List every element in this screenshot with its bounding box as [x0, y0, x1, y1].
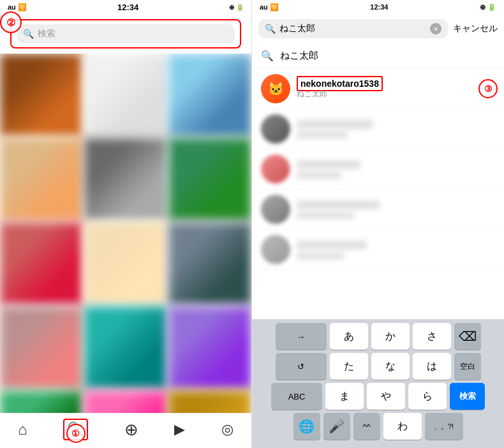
kb-key-ma[interactable]: ま	[325, 383, 364, 410]
result-name-2	[297, 172, 341, 179]
search-suggestion-item[interactable]: 🔍 ねこ太郎	[252, 43, 504, 69]
cancel-button[interactable]: キャンセル	[453, 23, 498, 34]
grid-cell[interactable]	[84, 306, 167, 389]
result-info-0: nekonekotaro1538 ねこ太郎	[297, 78, 495, 100]
grid-cell[interactable]	[84, 54, 167, 137]
kb-key-ka[interactable]: か	[371, 323, 410, 350]
profile-icon: ◎	[221, 421, 233, 438]
result-name-3	[297, 212, 354, 219]
grid-cell[interactable]	[168, 391, 251, 413]
left-carrier: au 🛜	[8, 3, 27, 11]
kb-key-space[interactable]: 空白	[454, 353, 481, 380]
result-name-1	[297, 131, 348, 138]
result-item-4[interactable]	[252, 230, 504, 270]
kb-row-1: → あ か さ ⌫	[255, 323, 501, 350]
result-avatar-3	[261, 195, 290, 224]
result-avatar-4	[261, 235, 290, 264]
left-status-bar: au 🛜 12:34 ⊕ 🔋	[0, 0, 251, 14]
result-info-4	[297, 241, 495, 259]
result-username-3	[297, 200, 380, 209]
kb-row-2: ↺ た な は 空白	[255, 353, 501, 380]
grid-cell[interactable]	[84, 138, 167, 221]
left-panel: au 🛜 12:34 ⊕ 🔋 🔍 検索 ②	[0, 0, 252, 448]
search-icon: 🔍	[23, 29, 34, 39]
kb-key-ya[interactable]: や	[367, 383, 405, 410]
kb-key-globe[interactable]: 🌐	[293, 413, 320, 440]
left-search-container[interactable]: 🔍 検索	[10, 19, 241, 49]
grid-cell[interactable]	[0, 222, 83, 305]
right-status-bar: au 🛜 12:34 ⊕ 🔋	[252, 0, 504, 14]
nav-home[interactable]: ⌂	[18, 421, 27, 438]
grid-cell[interactable]	[0, 391, 83, 413]
result-avatar-1	[261, 114, 290, 144]
kb-key-sa[interactable]: さ	[413, 323, 451, 350]
result-info-2	[297, 160, 495, 179]
badge-2: ②	[0, 11, 22, 33]
kb-key-arrow[interactable]: →	[276, 323, 327, 350]
badge-1: ①	[66, 424, 85, 443]
result-username-2	[297, 160, 360, 169]
grid-cell[interactable]	[84, 391, 167, 413]
grid-cell[interactable]	[84, 222, 167, 305]
nav-add[interactable]: ⊕	[124, 420, 138, 440]
suggestion-text: ねこ太郎	[280, 50, 318, 62]
kb-key-ta[interactable]: た	[330, 353, 368, 380]
home-icon: ⌂	[18, 421, 27, 438]
kb-row-3: ABC ま や ら 検索	[255, 383, 501, 410]
kb-key-wa[interactable]: わ	[383, 413, 422, 440]
right-search-bar[interactable]: 🔍 ねこ太郎 ✕	[258, 19, 448, 38]
add-icon: ⊕	[124, 420, 138, 440]
right-search-bar-area: 🔍 ねこ太郎 ✕ キャンセル	[252, 14, 504, 43]
kb-key-caret[interactable]: ^^	[353, 413, 380, 440]
right-status-icons: ⊕ 🔋	[480, 3, 496, 11]
right-time: 12:34	[370, 3, 388, 11]
kb-key-undo[interactable]: ↺	[276, 353, 327, 380]
kb-key-abc[interactable]: ABC	[271, 383, 322, 410]
grid-cell[interactable]	[168, 54, 251, 137]
right-search-query[interactable]: ねこ太郎	[279, 23, 426, 34]
result-username-4	[297, 241, 367, 250]
grid-cell[interactable]	[0, 138, 83, 221]
result-info-1	[297, 120, 495, 138]
right-carrier: au 🛜	[260, 3, 279, 11]
grid-cell[interactable]	[0, 306, 83, 389]
bottom-nav: ⌂ 🔍 ① ⊕ ▶ ◎	[0, 413, 251, 448]
kb-key-punct[interactable]: 、。?!	[425, 413, 463, 440]
nav-search[interactable]: 🔍 ①	[63, 419, 88, 440]
nav-profile[interactable]: ◎	[221, 421, 233, 438]
result-username-0: nekonekotaro1538	[297, 78, 495, 89]
clear-search-button[interactable]: ✕	[430, 23, 441, 34]
kb-row-4: 🌐 🎤 ^^ わ 、。?!	[255, 413, 501, 440]
kb-key-a[interactable]: あ	[330, 323, 368, 350]
result-item-0[interactable]: 🐱 nekonekotaro1538 ねこ太郎 ③	[252, 69, 504, 109]
result-avatar-0: 🐱	[261, 74, 290, 103]
photo-grid-container	[0, 54, 251, 413]
kb-key-mic[interactable]: 🎤	[323, 413, 350, 440]
nav-reels[interactable]: ▶	[174, 421, 185, 438]
result-name-0: ねこ太郎	[297, 89, 495, 100]
result-name-4	[297, 252, 345, 259]
left-time: 12:34	[117, 3, 138, 12]
kb-key-backspace[interactable]: ⌫	[454, 323, 481, 350]
photo-grid	[0, 54, 251, 413]
right-search-icon: 🔍	[265, 24, 276, 34]
result-item-2[interactable]	[252, 149, 504, 190]
kb-key-ra[interactable]: ら	[408, 383, 447, 410]
grid-cell[interactable]	[168, 306, 251, 389]
keyboard[interactable]: → あ か さ ⌫ ↺ た な は 空白 ABC ま や ら 検索 🌐 🎤 ^^…	[252, 319, 504, 448]
grid-cell[interactable]	[0, 54, 83, 137]
grid-cell[interactable]	[168, 138, 251, 221]
result-avatar-2	[261, 154, 290, 184]
result-item-3[interactable]	[252, 190, 504, 230]
search-placeholder-text: 検索	[38, 28, 56, 40]
badge-3: ③	[478, 79, 498, 98]
suggestion-search-icon: 🔍	[261, 50, 274, 62]
left-status-icons: ⊕ 🔋	[229, 4, 244, 11]
grid-cell[interactable]	[168, 222, 251, 305]
kb-key-search[interactable]: 検索	[450, 383, 485, 410]
result-item-1[interactable]	[252, 109, 504, 149]
kb-key-na[interactable]: な	[371, 353, 410, 380]
result-username-1	[297, 120, 373, 129]
result-info-3	[297, 200, 495, 219]
kb-key-ha[interactable]: は	[413, 353, 451, 380]
